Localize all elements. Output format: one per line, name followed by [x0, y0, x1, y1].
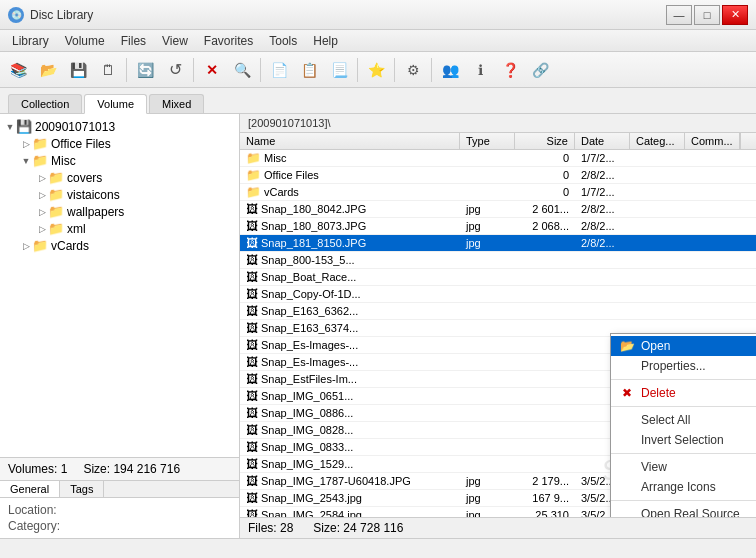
toolbar-btn-library[interactable]: 📚 — [4, 56, 32, 84]
menu-favorites[interactable]: Favorites — [196, 32, 261, 50]
tab-mixed[interactable]: Mixed — [149, 94, 204, 113]
info-tabs: General Tags — [0, 481, 239, 498]
file-row-snap8150[interactable]: 🖼Snap_181_8150.JPG jpg 2/8/2... — [240, 235, 756, 252]
ctx-arrangeicons-label: Arrange Icons — [641, 480, 716, 494]
col-header-comm[interactable]: Comm... — [685, 133, 740, 149]
close-button[interactable]: ✕ — [722, 5, 748, 25]
expand-icon-xml: ▷ — [36, 224, 48, 234]
file-type-snape163b — [460, 327, 515, 329]
ctx-sep-3 — [611, 453, 756, 454]
col-header-size[interactable]: Size — [515, 133, 575, 149]
toolbar-btn-prop[interactable]: 🗒 — [94, 56, 122, 84]
info-tab-general[interactable]: General — [0, 481, 60, 497]
tree-node-wallpapers[interactable]: ▷ 📁 wallpapers — [4, 203, 235, 220]
file-row-snapboat[interactable]: 🖼Snap_Boat_Race... — [240, 269, 756, 286]
menu-library[interactable]: Library — [4, 32, 57, 50]
file-date-snap8042: 2/8/2... — [575, 202, 630, 216]
menu-volume[interactable]: Volume — [57, 32, 113, 50]
toolbar-btn-star[interactable]: ⭐ — [362, 56, 390, 84]
toolbar-btn-refresh2[interactable]: ↺ — [161, 56, 189, 84]
tab-collection[interactable]: Collection — [8, 94, 82, 113]
col-header-date[interactable]: Date — [575, 133, 630, 149]
maximize-button[interactable]: □ — [694, 5, 720, 25]
file-cat-snap8150 — [630, 242, 685, 244]
toolbar-btn-file3[interactable]: 📃 — [325, 56, 353, 84]
tree-node-root[interactable]: ▼ 💾 200901071013 — [4, 118, 235, 135]
toolbar-btn-search[interactable]: 🔍 — [228, 56, 256, 84]
file-row-office[interactable]: 📁Office Files 0 2/8/2... — [240, 167, 756, 184]
ctx-open[interactable]: 📂 Open Enter — [611, 336, 756, 356]
file-row-snapcopy[interactable]: 🖼Snap_Copy-Of-1D... — [240, 286, 756, 303]
file-type-snap8073: jpg — [460, 219, 515, 233]
file-type-snapimg0886 — [460, 412, 515, 414]
col-header-type[interactable]: Type — [460, 133, 515, 149]
file-row-snape163a[interactable]: 🖼Snap_E163_6362... — [240, 303, 756, 320]
tree-node-covers[interactable]: ▷ 📁 covers — [4, 169, 235, 186]
file-type-vcards — [460, 191, 515, 193]
ctx-invertsel[interactable]: Invert Selection — [611, 430, 756, 450]
col-header-name[interactable]: Name — [240, 133, 460, 149]
minimize-button[interactable]: — — [666, 5, 692, 25]
expand-icon-vcards: ▷ — [20, 241, 32, 251]
info-tab-tags[interactable]: Tags — [60, 481, 104, 497]
tab-volume[interactable]: Volume — [84, 94, 147, 114]
tree-label-root: 200901071013 — [35, 120, 115, 134]
file-row-snap8073[interactable]: 🖼Snap_180_8073.JPG jpg 2 068... 2/8/2... — [240, 218, 756, 235]
file-size-snapcopy — [515, 293, 575, 295]
ctx-openreal[interactable]: Open Real Source Ctrl+Enter — [611, 504, 756, 517]
toolbar-btn-link[interactable]: 🔗 — [526, 56, 554, 84]
file-type-snapes1 — [460, 344, 515, 346]
menu-help[interactable]: Help — [305, 32, 346, 50]
file-size-snapes2 — [515, 361, 575, 363]
toolbar-btn-help[interactable]: ❓ — [496, 56, 524, 84]
tree-node-office[interactable]: ▷ 📁 Office Files — [4, 135, 235, 152]
file-name-misc: 📁Misc — [240, 150, 460, 166]
image-icon: 🖼 — [246, 253, 258, 267]
ctx-delete[interactable]: ✖ Delete Ctrl+D — [611, 383, 756, 403]
expand-icon-covers: ▷ — [36, 173, 48, 183]
file-row-snap8042[interactable]: 🖼Snap_180_8042.JPG jpg 2 601... 2/8/2... — [240, 201, 756, 218]
ctx-arrangeicons[interactable]: Arrange Icons ▶ — [611, 477, 756, 497]
file-row-vcards[interactable]: 📁vCards 0 1/7/2... — [240, 184, 756, 201]
tree-node-xml[interactable]: ▷ 📁 xml — [4, 220, 235, 237]
location-label: Location: — [8, 503, 68, 517]
toolbar-btn-open[interactable]: 📂 — [34, 56, 62, 84]
file-size-snape163b — [515, 327, 575, 329]
info-panel: General Tags Location: Category: — [0, 480, 239, 538]
image-icon: 🖼 — [246, 406, 258, 420]
toolbar-btn-file2[interactable]: 📋 — [295, 56, 323, 84]
toolbar-btn-refresh[interactable]: 🔄 — [131, 56, 159, 84]
ctx-properties[interactable]: Properties... Alt+Enter — [611, 356, 756, 376]
file-type-snapimg2543: jpg — [460, 491, 515, 505]
toolbar-btn-settings[interactable]: ⚙ — [399, 56, 427, 84]
file-size-snapest — [515, 378, 575, 380]
menu-files[interactable]: Files — [113, 32, 154, 50]
ctx-sep-4 — [611, 500, 756, 501]
tree-node-vcards[interactable]: ▷ 📁 vCards — [4, 237, 235, 254]
toolbar-btn-save[interactable]: 💾 — [64, 56, 92, 84]
content-area: ▼ 💾 200901071013 ▷ 📁 Office Files ▼ 📁 Mi… — [0, 114, 756, 538]
file-name-office: 📁Office Files — [240, 167, 460, 183]
toolbar-btn-file1[interactable]: 📄 — [265, 56, 293, 84]
tree-label-covers: covers — [67, 171, 102, 185]
file-list[interactable]: Name Type Size Date Categ... Comm... 📁Mi… — [240, 133, 756, 517]
image-icon: 🖼 — [246, 508, 258, 517]
image-icon: 🖼 — [246, 474, 258, 488]
file-type-snapcopy — [460, 293, 515, 295]
file-row-misc[interactable]: 📁Misc 0 1/7/2... — [240, 150, 756, 167]
tree-view[interactable]: ▼ 💾 200901071013 ▷ 📁 Office Files ▼ 📁 Mi… — [0, 114, 239, 457]
toolbar-btn-info[interactable]: ℹ — [466, 56, 494, 84]
file-row-snap800[interactable]: 🖼Snap_800-153_5... — [240, 252, 756, 269]
menu-view[interactable]: View — [154, 32, 196, 50]
tree-node-misc[interactable]: ▼ 📁 Misc — [4, 152, 235, 169]
ctx-view[interactable]: View ▶ — [611, 457, 756, 477]
ctx-selectall[interactable]: Select All Ctrl+A — [611, 410, 756, 430]
file-name-snapes2: 🖼Snap_Es-Images-... — [240, 354, 460, 370]
menu-tools[interactable]: Tools — [261, 32, 305, 50]
tree-node-vistaicons[interactable]: ▷ 📁 vistaicons — [4, 186, 235, 203]
toolbar-btn-delete[interactable]: ✕ — [198, 56, 226, 84]
file-comm-snap8042 — [685, 208, 740, 210]
tree-label-wallpapers: wallpapers — [67, 205, 124, 219]
toolbar-btn-users[interactable]: 👥 — [436, 56, 464, 84]
col-header-cat[interactable]: Categ... — [630, 133, 685, 149]
